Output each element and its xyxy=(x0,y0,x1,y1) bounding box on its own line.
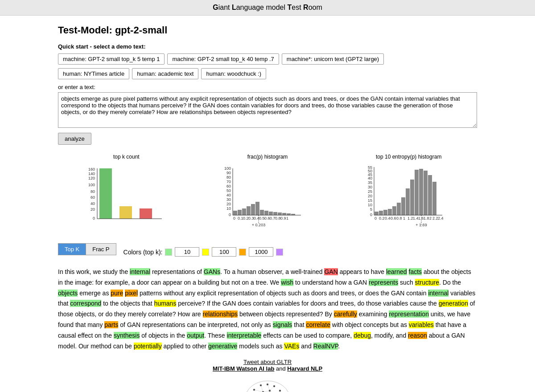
svg-rect-36 xyxy=(282,213,286,215)
svg-text:60: 60 xyxy=(91,195,95,200)
svg-text:20: 20 xyxy=(368,194,372,198)
svg-text:0.5: 0.5 xyxy=(259,216,265,220)
svg-text:10: 10 xyxy=(368,203,372,207)
color-input-10[interactable] xyxy=(175,247,199,257)
svg-text:100: 100 xyxy=(88,183,95,187)
demo-buttons-row-2: human: NYTimes article human: academic t… xyxy=(58,68,477,79)
hl-gans: GANs xyxy=(204,268,220,275)
color-input-100[interactable] xyxy=(212,247,236,257)
hl-output: output xyxy=(187,332,204,339)
analyzed-text-area: In this work, we study the internal repr… xyxy=(58,267,477,351)
svg-text:2: 2 xyxy=(429,216,432,220)
svg-text:0: 0 xyxy=(370,212,372,217)
svg-text:20: 20 xyxy=(91,207,95,212)
demo-btn-5[interactable]: human: woodchuck :) xyxy=(201,68,266,79)
hl-generation: generation xyxy=(439,300,468,307)
svg-rect-73 xyxy=(406,188,410,215)
tab-fracp[interactable]: Frac P xyxy=(86,244,115,255)
svg-text:40: 40 xyxy=(226,193,231,197)
footer-and: and xyxy=(276,365,287,372)
svg-rect-28 xyxy=(247,206,251,215)
hl-humans: humans xyxy=(154,300,177,307)
svg-line-120 xyxy=(254,390,263,392)
hl-vaes: VAEs xyxy=(284,343,299,350)
hl-debug: debug xyxy=(354,332,371,339)
demo-btn-3[interactable]: human: NYTimes article xyxy=(58,68,129,79)
hl-structure: structure xyxy=(415,279,439,286)
svg-rect-72 xyxy=(401,197,405,215)
quickstart-label: Quick start - select a demo text: xyxy=(58,43,477,50)
svg-rect-78 xyxy=(428,175,432,215)
topk-chart-title: top k count xyxy=(58,154,195,160)
neural-net-logo xyxy=(241,376,294,392)
svg-text:140: 140 xyxy=(88,172,95,176)
svg-rect-79 xyxy=(432,182,436,215)
demo-btn-1[interactable]: machine: GPT-2 small top_k 40 temp .7 xyxy=(167,53,279,65)
svg-rect-71 xyxy=(397,203,401,215)
svg-rect-25 xyxy=(233,211,237,215)
hl-internal: internal xyxy=(130,268,150,275)
svg-text:0.9: 0.9 xyxy=(280,216,286,220)
charts-area: top k count 160 140 120 100 80 60 40 20 … xyxy=(58,154,477,239)
svg-text:5: 5 xyxy=(370,207,372,212)
svg-text:160: 160 xyxy=(88,167,95,172)
svg-point-97 xyxy=(245,381,290,392)
svg-text:0.8: 0.8 xyxy=(275,216,281,220)
analyze-button[interactable]: analyze xyxy=(58,133,91,145)
hl-gan1: GAN xyxy=(324,268,337,275)
svg-text:0.6: 0.6 xyxy=(264,216,270,220)
header-title: Giant Language model Test Room xyxy=(213,4,322,11)
demo-btn-4[interactable]: human: academic text xyxy=(132,68,198,79)
svg-text:30: 30 xyxy=(368,185,372,189)
svg-text:1: 1 xyxy=(403,216,405,220)
svg-text:40: 40 xyxy=(91,201,95,206)
svg-text:0.4: 0.4 xyxy=(385,216,391,220)
svg-rect-69 xyxy=(388,209,392,215)
hl-parts: parts xyxy=(104,321,118,328)
entropy-chart: top 10 entropy(p) histogram 55 50 45 40 … xyxy=(340,154,477,239)
svg-text:1.4: 1.4 xyxy=(413,216,419,220)
hl-facts: facts xyxy=(409,268,422,275)
color-input-1000[interactable] xyxy=(249,247,273,257)
svg-rect-26 xyxy=(238,210,242,215)
svg-text:60: 60 xyxy=(226,184,231,188)
hl-represents: represents xyxy=(369,279,398,286)
hl-wish: wish xyxy=(281,279,293,286)
svg-text:1.2: 1.2 xyxy=(407,216,413,220)
svg-rect-77 xyxy=(424,171,428,215)
demo-btn-2[interactable]: machine*: unicorn text (GPT2 large) xyxy=(282,53,384,65)
svg-text:70: 70 xyxy=(226,180,231,184)
svg-rect-11 xyxy=(140,208,152,219)
svg-text:0.7: 0.7 xyxy=(270,216,276,220)
tweet-link[interactable]: Tweet about GLTR xyxy=(243,359,292,365)
svg-text:0: 0 xyxy=(374,216,377,220)
tab-topk[interactable]: Top K xyxy=(58,244,86,255)
svg-text:30: 30 xyxy=(226,197,231,202)
main-content: Test-Model: gpt-2-small Quick start - se… xyxy=(49,16,486,392)
swatch-purple xyxy=(276,249,283,256)
svg-rect-74 xyxy=(410,180,414,215)
mit-ibm-link[interactable]: MIT-IBM Watson AI lab xyxy=(213,365,274,372)
harvard-nlp-link[interactable]: Harvard NLP xyxy=(287,365,322,372)
svg-rect-32 xyxy=(264,211,268,215)
svg-text:120: 120 xyxy=(88,176,95,180)
page-title: Test-Model: gpt-2-small xyxy=(58,24,477,36)
colors-area: Colors (top k): xyxy=(123,247,284,257)
text-input[interactable]: objects emerge as pure pixel patterns wi… xyxy=(58,92,477,128)
fracp-chart-svg: 100 90 80 70 60 50 40 30 20 10 0 xyxy=(218,162,317,239)
demo-btn-0[interactable]: machine: GPT-2 small top_k 5 temp 1 xyxy=(58,53,165,65)
hl-relationships: relationships xyxy=(203,310,238,318)
hl-carefully: carefully xyxy=(334,310,357,318)
hl-objects: objects xyxy=(58,290,78,297)
svg-rect-29 xyxy=(251,204,255,215)
svg-text:40: 40 xyxy=(368,176,372,180)
topk-chart-svg: 160 140 120 100 80 60 40 20 0 xyxy=(82,162,171,234)
svg-rect-67 xyxy=(379,211,383,215)
hl-signals: signals xyxy=(273,321,292,328)
svg-text:2.4: 2.4 xyxy=(438,216,444,220)
hl-variables: variables xyxy=(409,321,434,328)
svg-rect-34 xyxy=(273,212,277,215)
logo-area xyxy=(58,376,477,392)
svg-text:1.6: 1.6 xyxy=(418,216,424,220)
entropy-chart-title: top 10 entropy(p) histogram xyxy=(340,154,477,160)
